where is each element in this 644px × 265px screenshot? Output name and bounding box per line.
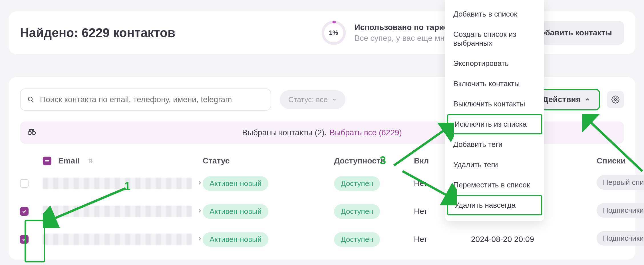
chevron-up-icon <box>585 97 590 102</box>
col-email[interactable]: Email <box>58 156 80 165</box>
list-badge: Первый спи... <box>597 175 644 190</box>
row-checkbox[interactable] <box>20 179 29 188</box>
search-icon <box>27 96 34 103</box>
expand-row-button[interactable] <box>197 179 203 187</box>
found-count-title: Найдено: 6229 контактов <box>20 26 175 40</box>
annotation-number-1: 1 <box>124 180 130 193</box>
header-checkbox-indeterminate[interactable] <box>43 157 51 165</box>
usage-percent: 1% <box>321 20 347 46</box>
list-badge: Подписчики ... <box>597 231 644 246</box>
actions-label: Действия <box>543 95 581 104</box>
select-all-link[interactable]: Выбрать все (6229) <box>329 128 402 137</box>
usage-ring: 1% <box>321 20 347 46</box>
dropdown-item[interactable]: Добавить в список <box>445 4 544 24</box>
availability-badge: Доступен <box>334 176 380 191</box>
dropdown-item[interactable]: Добавить теги <box>445 134 544 155</box>
col-lists[interactable]: Списки <box>597 156 644 165</box>
selection-text: Выбраны контакты (2). <box>242 128 327 137</box>
col-availability[interactable]: Доступность <box>334 156 414 165</box>
svg-point-6 <box>32 131 35 134</box>
table-row: Активен-новый Доступен Нет 2024-08-20 20… <box>20 231 624 248</box>
svg-point-4 <box>615 99 617 101</box>
date-cell: 2024-08-20 20:09 <box>471 235 597 244</box>
sort-icon[interactable]: ⇅ <box>88 157 93 164</box>
expand-row-button[interactable] <box>197 235 203 243</box>
settings-button[interactable] <box>607 91 624 108</box>
dropdown-item[interactable]: Включить контакты <box>445 74 544 94</box>
enabled-cell: Нет <box>414 235 471 244</box>
dropdown-item[interactable]: Удалить теги <box>445 155 544 175</box>
status-badge: Активен-новый <box>203 232 268 247</box>
status-filter[interactable]: Статус: все <box>280 90 345 109</box>
search-box[interactable] <box>20 88 271 111</box>
row-checkbox[interactable] <box>20 235 29 244</box>
email-redacted <box>43 206 192 217</box>
binoculars-icon <box>27 127 37 139</box>
svg-point-5 <box>28 131 31 134</box>
dropdown-item[interactable]: Переместить в список <box>445 175 544 195</box>
availability-badge: Доступен <box>334 204 380 219</box>
actions-dropdown: Добавить в списокСоздать список из выбра… <box>445 0 544 221</box>
svg-line-3 <box>32 100 33 102</box>
chevron-down-icon <box>332 97 337 102</box>
dropdown-item[interactable]: Удалить навсегда <box>447 195 542 215</box>
dropdown-item[interactable]: Исключить из списка <box>447 114 542 134</box>
col-status[interactable]: Статус <box>203 156 334 165</box>
dropdown-item[interactable]: Выключить контакты <box>445 94 544 114</box>
list-badge: Подписчики ... <box>597 203 644 218</box>
email-redacted <box>43 234 192 245</box>
status-filter-label: Статус: все <box>288 95 328 104</box>
gear-icon <box>611 96 619 104</box>
status-badge: Активен-новый <box>203 176 268 191</box>
row-checkbox[interactable] <box>20 207 29 216</box>
expand-row-button[interactable] <box>197 207 203 215</box>
dropdown-item[interactable]: Создать список из выбранных <box>445 24 544 53</box>
email-redacted <box>43 178 192 189</box>
availability-badge: Доступен <box>334 232 380 247</box>
annotation-number-3: 3 <box>380 154 386 167</box>
svg-point-2 <box>28 97 32 101</box>
search-input[interactable] <box>40 95 264 104</box>
status-badge: Активен-новый <box>203 204 268 219</box>
dropdown-item[interactable]: Экспортировать <box>445 53 544 74</box>
